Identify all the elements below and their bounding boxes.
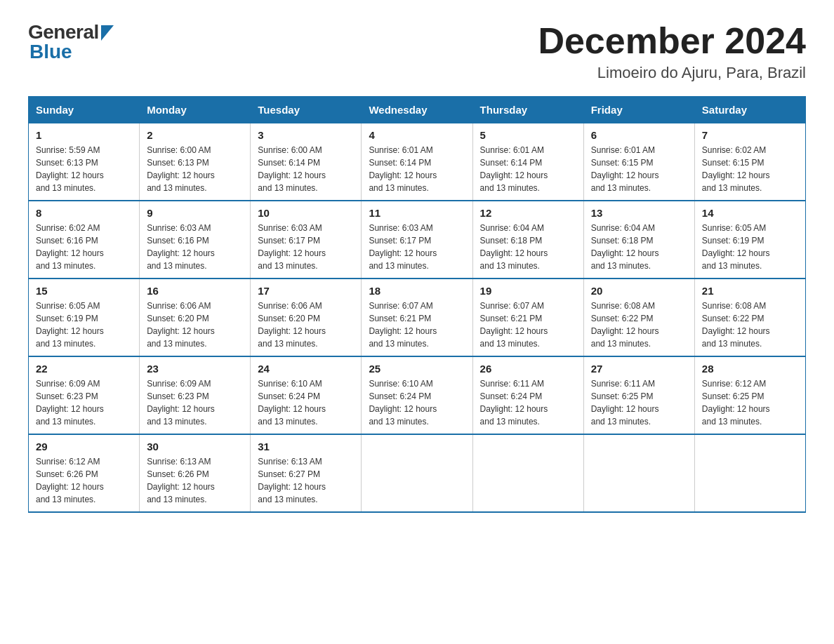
day-number: 8 <box>36 207 132 219</box>
day-number: 13 <box>591 207 687 219</box>
calendar-cell: 13 Sunrise: 6:04 AM Sunset: 6:18 PM Dayl… <box>583 201 694 279</box>
day-number: 22 <box>36 363 132 375</box>
calendar-cell: 26 Sunrise: 6:11 AM Sunset: 6:24 PM Dayl… <box>472 356 583 434</box>
day-number: 15 <box>36 285 132 297</box>
day-info: Sunrise: 6:11 AM Sunset: 6:24 PM Dayligh… <box>480 377 576 428</box>
week-row-4: 22 Sunrise: 6:09 AM Sunset: 6:23 PM Dayl… <box>29 356 806 434</box>
calendar-cell: 20 Sunrise: 6:08 AM Sunset: 6:22 PM Dayl… <box>583 279 694 356</box>
calendar-cell: 1 Sunrise: 5:59 AM Sunset: 6:13 PM Dayli… <box>29 123 140 201</box>
day-info: Sunrise: 6:12 AM Sunset: 6:25 PM Dayligh… <box>702 377 798 428</box>
calendar-cell: 5 Sunrise: 6:01 AM Sunset: 6:14 PM Dayli… <box>472 123 583 201</box>
day-info: Sunrise: 6:00 AM Sunset: 6:13 PM Dayligh… <box>147 144 243 194</box>
day-info: Sunrise: 6:07 AM Sunset: 6:21 PM Dayligh… <box>480 300 576 350</box>
calendar-cell: 15 Sunrise: 6:05 AM Sunset: 6:19 PM Dayl… <box>29 279 140 356</box>
day-info: Sunrise: 6:05 AM Sunset: 6:19 PM Dayligh… <box>702 222 798 272</box>
day-number: 16 <box>147 285 243 297</box>
calendar-cell: 24 Sunrise: 6:10 AM Sunset: 6:24 PM Dayl… <box>251 356 362 434</box>
day-info: Sunrise: 6:02 AM Sunset: 6:15 PM Dayligh… <box>702 144 798 194</box>
day-info: Sunrise: 6:06 AM Sunset: 6:20 PM Dayligh… <box>258 300 354 350</box>
calendar-header: SundayMondayTuesdayWednesdayThursdayFrid… <box>29 97 806 123</box>
logo: General Blue <box>28 21 114 63</box>
logo-triangle-icon <box>101 25 114 41</box>
day-number: 25 <box>369 363 465 375</box>
calendar-cell: 27 Sunrise: 6:11 AM Sunset: 6:25 PM Dayl… <box>583 356 694 434</box>
day-info: Sunrise: 6:10 AM Sunset: 6:24 PM Dayligh… <box>258 377 354 428</box>
day-number: 4 <box>369 129 465 141</box>
calendar-cell <box>583 434 694 512</box>
calendar-cell <box>694 434 805 512</box>
calendar-cell: 22 Sunrise: 6:09 AM Sunset: 6:23 PM Dayl… <box>29 356 140 434</box>
location-text: Limoeiro do Ajuru, Para, Brazil <box>538 64 806 82</box>
calendar-cell: 31 Sunrise: 6:13 AM Sunset: 6:27 PM Dayl… <box>251 434 362 512</box>
day-info: Sunrise: 5:59 AM Sunset: 6:13 PM Dayligh… <box>36 144 132 194</box>
calendar-cell: 9 Sunrise: 6:03 AM Sunset: 6:16 PM Dayli… <box>140 201 251 279</box>
page-header: General Blue December 2024 Limoeiro do A… <box>28 21 806 82</box>
week-row-1: 1 Sunrise: 5:59 AM Sunset: 6:13 PM Dayli… <box>29 123 806 201</box>
day-number: 1 <box>36 129 132 141</box>
day-number: 20 <box>591 285 687 297</box>
day-number: 11 <box>369 207 465 219</box>
day-number: 5 <box>480 129 576 141</box>
day-info: Sunrise: 6:02 AM Sunset: 6:16 PM Dayligh… <box>36 222 132 272</box>
day-info: Sunrise: 6:04 AM Sunset: 6:18 PM Dayligh… <box>591 222 687 272</box>
header-thursday: Thursday <box>472 97 583 123</box>
calendar-cell: 8 Sunrise: 6:02 AM Sunset: 6:16 PM Dayli… <box>29 201 140 279</box>
day-info: Sunrise: 6:06 AM Sunset: 6:20 PM Dayligh… <box>147 300 243 350</box>
day-number: 23 <box>147 363 243 375</box>
day-info: Sunrise: 6:01 AM Sunset: 6:15 PM Dayligh… <box>591 144 687 194</box>
calendar-cell: 16 Sunrise: 6:06 AM Sunset: 6:20 PM Dayl… <box>140 279 251 356</box>
calendar-cell: 2 Sunrise: 6:00 AM Sunset: 6:13 PM Dayli… <box>140 123 251 201</box>
day-number: 19 <box>480 285 576 297</box>
calendar-cell: 17 Sunrise: 6:06 AM Sunset: 6:20 PM Dayl… <box>251 279 362 356</box>
day-number: 9 <box>147 207 243 219</box>
day-info: Sunrise: 6:05 AM Sunset: 6:19 PM Dayligh… <box>36 300 132 350</box>
calendar-cell: 10 Sunrise: 6:03 AM Sunset: 6:17 PM Dayl… <box>251 201 362 279</box>
calendar-cell: 7 Sunrise: 6:02 AM Sunset: 6:15 PM Dayli… <box>694 123 805 201</box>
day-number: 29 <box>36 441 132 452</box>
day-number: 28 <box>702 363 798 375</box>
header-monday: Monday <box>140 97 251 123</box>
day-info: Sunrise: 6:09 AM Sunset: 6:23 PM Dayligh… <box>147 377 243 428</box>
day-info: Sunrise: 6:08 AM Sunset: 6:22 PM Dayligh… <box>702 300 798 350</box>
calendar-cell: 19 Sunrise: 6:07 AM Sunset: 6:21 PM Dayl… <box>472 279 583 356</box>
title-block: December 2024 Limoeiro do Ajuru, Para, B… <box>538 21 806 82</box>
calendar-cell <box>362 434 472 512</box>
day-number: 10 <box>258 207 354 219</box>
day-info: Sunrise: 6:10 AM Sunset: 6:24 PM Dayligh… <box>369 377 465 428</box>
calendar-table: SundayMondayTuesdayWednesdayThursdayFrid… <box>28 96 806 513</box>
day-number: 2 <box>147 129 243 141</box>
day-info: Sunrise: 6:12 AM Sunset: 6:26 PM Dayligh… <box>36 455 132 506</box>
week-row-5: 29 Sunrise: 6:12 AM Sunset: 6:26 PM Dayl… <box>29 434 806 512</box>
header-sunday: Sunday <box>29 97 140 123</box>
calendar-cell: 21 Sunrise: 6:08 AM Sunset: 6:22 PM Dayl… <box>694 279 805 356</box>
day-number: 27 <box>591 363 687 375</box>
day-info: Sunrise: 6:09 AM Sunset: 6:23 PM Dayligh… <box>36 377 132 428</box>
day-number: 24 <box>258 363 354 375</box>
calendar-cell: 4 Sunrise: 6:01 AM Sunset: 6:14 PM Dayli… <box>362 123 472 201</box>
day-number: 12 <box>480 207 576 219</box>
day-number: 17 <box>258 285 354 297</box>
calendar-cell: 30 Sunrise: 6:13 AM Sunset: 6:26 PM Dayl… <box>140 434 251 512</box>
day-info: Sunrise: 6:07 AM Sunset: 6:21 PM Dayligh… <box>369 300 465 350</box>
day-number: 26 <box>480 363 576 375</box>
calendar-cell: 14 Sunrise: 6:05 AM Sunset: 6:19 PM Dayl… <box>694 201 805 279</box>
calendar-cell: 3 Sunrise: 6:00 AM Sunset: 6:14 PM Dayli… <box>251 123 362 201</box>
day-number: 7 <box>702 129 798 141</box>
day-info: Sunrise: 6:08 AM Sunset: 6:22 PM Dayligh… <box>591 300 687 350</box>
day-number: 31 <box>258 441 354 452</box>
header-tuesday: Tuesday <box>251 97 362 123</box>
day-info: Sunrise: 6:13 AM Sunset: 6:26 PM Dayligh… <box>147 455 243 506</box>
calendar-cell: 6 Sunrise: 6:01 AM Sunset: 6:15 PM Dayli… <box>583 123 694 201</box>
day-info: Sunrise: 6:13 AM Sunset: 6:27 PM Dayligh… <box>258 455 354 506</box>
calendar-cell: 11 Sunrise: 6:03 AM Sunset: 6:17 PM Dayl… <box>362 201 472 279</box>
calendar-cell: 29 Sunrise: 6:12 AM Sunset: 6:26 PM Dayl… <box>29 434 140 512</box>
day-info: Sunrise: 6:00 AM Sunset: 6:14 PM Dayligh… <box>258 144 354 194</box>
calendar-cell: 25 Sunrise: 6:10 AM Sunset: 6:24 PM Dayl… <box>362 356 472 434</box>
header-wednesday: Wednesday <box>362 97 472 123</box>
month-title: December 2024 <box>538 21 806 61</box>
day-number: 6 <box>591 129 687 141</box>
logo-blue-text: Blue <box>29 41 72 63</box>
day-number: 18 <box>369 285 465 297</box>
day-number: 14 <box>702 207 798 219</box>
day-info: Sunrise: 6:03 AM Sunset: 6:16 PM Dayligh… <box>147 222 243 272</box>
